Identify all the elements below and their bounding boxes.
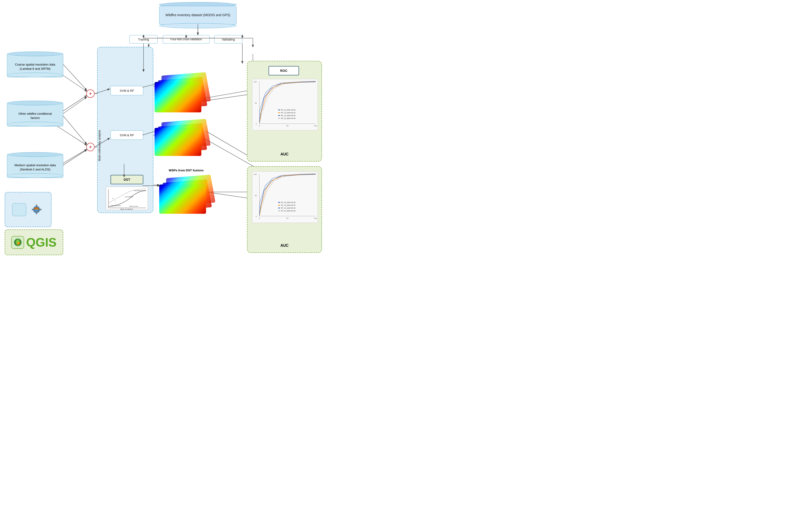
auc-top-label: AUC bbox=[247, 152, 321, 156]
roc-auc-container-top: ROC 100 50 0 0 50 100 bbox=[247, 61, 322, 161]
svg-text:RF_10_fold1=92.68: RF_10_fold1=92.68 bbox=[281, 109, 295, 111]
svg-rect-74 bbox=[278, 205, 280, 205]
dst-label: DST bbox=[124, 178, 130, 182]
svg-text:Value of evidence: Value of evidence bbox=[120, 209, 133, 210]
wsps-ml-lower-area bbox=[155, 115, 211, 176]
svg-line-37 bbox=[63, 116, 87, 144]
validating-label: Validating bbox=[222, 38, 235, 41]
training-box: Training bbox=[130, 35, 158, 44]
multicollinearity-container: Multi-collinearity analysis SVM & RF SVM… bbox=[97, 47, 154, 213]
dst-diagram: Uncertainty Plausibility function Eviden… bbox=[106, 187, 148, 210]
coarse-data-label: Coarse spatial resolution data(Landsat 8… bbox=[15, 62, 55, 71]
dst-heatmap-1 bbox=[159, 185, 206, 214]
svg-text:100: 100 bbox=[253, 173, 257, 175]
dst-chart-svg: Uncertainty Plausibility function Eviden… bbox=[106, 187, 148, 210]
roc-auc-container-bottom: 100 50 0 0 50 100 RF_10_fold1=92.68 RF_1… bbox=[247, 166, 322, 253]
svg-text:Plausibility function: Plausibility function bbox=[134, 190, 146, 191]
wsps-dst-area: WSPs from DST fusions bbox=[159, 169, 215, 232]
svg-text:RF_10_fold2=93.33: RF_10_fold2=93.33 bbox=[281, 112, 295, 114]
training-label: Training bbox=[138, 38, 149, 41]
roc-box: ROC bbox=[269, 66, 299, 75]
svg-text:Belief function: Belief function bbox=[130, 205, 139, 207]
svg-text:0: 0 bbox=[256, 123, 257, 125]
svg-rect-58 bbox=[278, 112, 280, 113]
svg-text:RF_10_fold3=95.38: RF_10_fold3=95.38 bbox=[281, 115, 295, 117]
svg-text:100: 100 bbox=[314, 217, 317, 219]
svm-rf-bottom: SVM & RF bbox=[111, 130, 143, 140]
svg-text:50: 50 bbox=[286, 217, 288, 219]
svg-rect-62 bbox=[278, 118, 280, 119]
qgis-label: QGIS bbox=[26, 235, 56, 249]
svg-text:RF_10_fold4=92.08: RF_10_fold4=92.08 bbox=[281, 210, 295, 212]
svg-rect-78 bbox=[278, 211, 280, 211]
qgis-container: QGIS bbox=[5, 229, 63, 255]
svg-text:Uncertainty: Uncertainty bbox=[125, 196, 133, 198]
medium-data-cylinder: Medium spatial resolution data(Sentinel-… bbox=[7, 152, 63, 178]
wildfire-inventory-drum: Wildfire inventory dataset (MODIS and GP… bbox=[159, 5, 236, 26]
svg-text:RF_10_fold4=92.08: RF_10_fold4=92.08 bbox=[281, 117, 295, 119]
svg-rect-60 bbox=[278, 115, 280, 116]
svm-rf-top: SVM & RF bbox=[111, 86, 143, 95]
roc-svg-top: 100 50 0 0 50 100 RF_10_fold1=92.68 RF_1… bbox=[252, 79, 318, 131]
roc-label: ROC bbox=[280, 69, 287, 73]
svg-text:100: 100 bbox=[314, 125, 317, 127]
svg-line-36 bbox=[63, 97, 87, 114]
medium-data-label: Medium spatial resolution data(Sentinel-… bbox=[15, 163, 56, 172]
other-factors-label: Other wildfire conditionalfactors bbox=[18, 112, 52, 120]
cross-validation-label: Four-fold cross-validation bbox=[171, 38, 202, 41]
svg-text:RF_10_fold1=92.68: RF_10_fold1=92.68 bbox=[281, 202, 295, 203]
svg-line-7 bbox=[54, 124, 87, 145]
cross-validation-box: Four-fold cross-validation bbox=[163, 35, 209, 44]
gear-icon bbox=[29, 202, 44, 217]
svg-text:0.5: 0.5 bbox=[112, 198, 114, 199]
heatmap-lower-1 bbox=[155, 128, 201, 156]
wsps-dst-label: WSPs from DST fusions bbox=[159, 169, 213, 172]
svg-line-35 bbox=[63, 64, 87, 90]
roc-svg-bottom: 100 50 0 0 50 100 RF_10_fold1=92.68 RF_1… bbox=[252, 172, 318, 223]
svm-rf-top-label: SVM & RF bbox=[120, 89, 134, 92]
svg-rect-72 bbox=[278, 202, 280, 203]
qgis-icon bbox=[11, 236, 24, 249]
plus-circle-top: + bbox=[86, 89, 95, 98]
auc-bottom-label: AUC bbox=[247, 244, 321, 248]
svg-rect-76 bbox=[278, 208, 280, 209]
diagram: Wildfire inventory dataset (MODIS and GP… bbox=[0, 0, 406, 266]
svg-line-38 bbox=[63, 150, 87, 165]
svg-text:50: 50 bbox=[255, 102, 257, 104]
svg-text:0: 0 bbox=[256, 215, 257, 217]
svg-text:RF_10_fold2=93.33: RF_10_fold2=93.33 bbox=[281, 204, 295, 206]
dst-box: DST bbox=[111, 175, 143, 184]
roc-chart-bottom: 100 50 0 0 50 100 RF_10_fold1=92.68 RF_1… bbox=[252, 171, 318, 223]
validating-box: Validating bbox=[214, 35, 242, 44]
svg-text:50: 50 bbox=[255, 195, 257, 197]
tool-icon-1 bbox=[12, 203, 26, 216]
svg-text:RF_10_fold3=95.38: RF_10_fold3=95.38 bbox=[281, 207, 295, 209]
svg-text:0: 0 bbox=[259, 125, 260, 127]
heatmap-layer-1 bbox=[155, 82, 201, 112]
plus-circle-bottom: + bbox=[86, 143, 95, 151]
coarse-data-cylinder: Coarse spatial resolution data(Landsat 8… bbox=[7, 52, 63, 77]
roc-chart-top: 100 50 0 0 50 100 RF_10_fold1=92.68 RF_1… bbox=[252, 79, 318, 130]
other-factors-cylinder: Other wildfire conditionalfactors bbox=[7, 101, 63, 126]
svg-text:50: 50 bbox=[286, 125, 288, 127]
svg-text:0: 0 bbox=[259, 217, 260, 219]
tools-container bbox=[5, 192, 52, 227]
multicollinearity-label: Multi-collinearity analysis bbox=[98, 130, 101, 161]
svg-rect-56 bbox=[278, 110, 280, 110]
svg-text:Evidential belief: Evidential belief bbox=[111, 205, 120, 206]
svm-rf-bottom-label: SVM & RF bbox=[120, 133, 134, 137]
wildfire-inventory-label: Wildfire inventory dataset (MODIS and GP… bbox=[165, 13, 230, 17]
svg-text:100: 100 bbox=[253, 81, 257, 83]
